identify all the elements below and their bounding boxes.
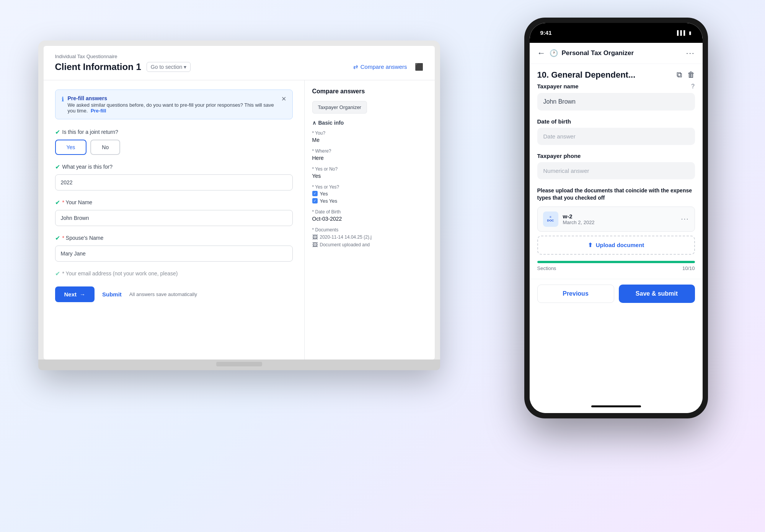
form-area: ℹ Pre-fill answers We asked similar ques… xyxy=(44,80,305,360)
page-title: Client Information 1 xyxy=(55,62,141,72)
clock-icon: 🕐 xyxy=(550,49,558,57)
basic-info-section: ∧ Basic info * You? Me * Where? Here xyxy=(312,120,427,248)
doc-date: March 2, 2022 xyxy=(563,220,681,225)
home-indicator xyxy=(591,405,641,407)
compare-field-dob: * Date of Birth Oct-03-2022 xyxy=(312,209,427,222)
year-question: ✔ What year is this for? xyxy=(55,163,293,190)
check-icon: ✔ xyxy=(55,129,60,136)
compare-icon: ⇄ xyxy=(353,63,358,70)
check-icon: ✔ xyxy=(55,163,60,171)
yes-button[interactable]: Yes xyxy=(55,140,87,155)
progress-section: Sections 10/10 xyxy=(537,261,695,271)
status-icons: ▌▌▌ ▮ xyxy=(677,30,692,36)
mobile-footer: Previous Save & submit xyxy=(530,279,703,311)
taxpayer-name-input[interactable]: John Brown xyxy=(537,93,695,111)
laptop: Individual Tax Questionnaire Client Info… xyxy=(38,41,459,480)
doc-icon: ≡ DOC xyxy=(543,211,558,227)
go-to-section-label: Go to section xyxy=(151,64,183,70)
chevron-up-icon: ∧ xyxy=(312,120,316,126)
taxpayer-phone-input[interactable]: Numerical answer xyxy=(537,162,695,179)
save-submit-button[interactable]: Save & submit xyxy=(619,285,695,303)
laptop-base xyxy=(38,360,440,370)
mobile-question-header: 10. General Dependent... ⧉ 🗑 xyxy=(530,64,703,83)
compare-field-yesyes: * Yes or Yes? ✓ Yes ✓ Yes Yes xyxy=(312,184,427,204)
date-of-birth-label: Date of birth xyxy=(537,118,571,125)
chevron-down-icon: ▾ xyxy=(184,64,186,70)
mobile-question-title: 10. General Dependent... xyxy=(537,70,636,80)
compare-field-where: * Where? Here xyxy=(312,148,427,161)
previous-button[interactable]: Previous xyxy=(537,285,614,303)
check-icon: ✔ xyxy=(55,270,60,277)
submit-label: Submit xyxy=(102,291,122,298)
prefill-link[interactable]: Pre-fill xyxy=(91,108,106,114)
email-label: * Your email address (not your work one,… xyxy=(62,270,178,277)
mobile-nav-bar: ← 🕐 Personal Tax Organizer ··· xyxy=(530,43,703,64)
delete-icon[interactable]: 🗑 xyxy=(687,70,695,79)
your-name-question: ✔ * Your Name xyxy=(55,199,293,226)
checkbox-yesyes-icon: ✓ xyxy=(312,198,318,203)
previous-label: Previous xyxy=(563,290,589,297)
date-of-birth-input[interactable]: Date answer xyxy=(537,128,695,145)
go-to-section-button[interactable]: Go to section ▾ xyxy=(147,62,191,72)
year-input[interactable] xyxy=(55,174,293,190)
next-button[interactable]: Next → xyxy=(55,286,95,302)
save-submit-label: Save & submit xyxy=(636,290,678,297)
upload-section-label: Please upload the documents that coincid… xyxy=(537,187,695,202)
sections-label: Sections xyxy=(537,265,556,271)
checkbox-yes-icon: ✓ xyxy=(312,191,318,196)
prefill-title: Pre-fill answers xyxy=(68,95,277,101)
taxpayer-source-tag: Taxpayer Organizer xyxy=(312,101,367,114)
no-button[interactable]: No xyxy=(90,140,120,155)
date-of-birth-field: Date of birth Date answer xyxy=(537,118,695,145)
submit-button[interactable]: Submit xyxy=(102,291,122,298)
document-icon: 🖼 xyxy=(312,242,318,248)
copy-icon[interactable]: ⧉ xyxy=(677,70,682,79)
arrow-right-icon: → xyxy=(80,291,85,298)
sections-value: 10/10 xyxy=(682,265,695,271)
more-actions-icon[interactable]: ⬛ xyxy=(415,63,423,71)
progress-bar-fill xyxy=(537,261,695,263)
taxpayer-phone-field: Taxpayer phone Numerical answer xyxy=(537,153,695,179)
joint-return-label: Is this for a joint return? xyxy=(62,129,118,135)
date-answer-placeholder: Date answer xyxy=(543,133,576,140)
compare-field-you: * You? Me xyxy=(312,130,427,143)
back-icon[interactable]: ← xyxy=(537,48,546,58)
compare-field-docs: * Documents 🖼 2020-11-14 14.04.25 (2).j … xyxy=(312,227,427,248)
form-footer: Next → Submit All answers save automatic… xyxy=(55,286,293,302)
taxpayer-name-value: John Brown xyxy=(543,98,576,105)
joint-return-question: ✔ Is this for a joint return? Yes No xyxy=(55,129,293,155)
close-icon[interactable]: ✕ xyxy=(281,95,286,102)
mobile-app-title: Personal Tax Organizer xyxy=(562,49,634,57)
upload-document-button[interactable]: ⬆ Upload document xyxy=(537,236,695,255)
spouse-name-label: * Spouse's Name xyxy=(62,235,104,241)
basic-info-label: Basic info xyxy=(318,120,344,126)
upload-section: Please upload the documents that coincid… xyxy=(537,187,695,271)
app-header: Individual Tax Questionnaire Client Info… xyxy=(44,46,435,80)
more-icon[interactable]: ··· xyxy=(686,49,695,57)
mobile-status-bar: 9:41 ▌▌▌ ▮ xyxy=(530,23,703,43)
prefill-banner: ℹ Pre-fill answers We asked similar ques… xyxy=(55,89,293,119)
taxpayer-name-field: Taxpayer name ? John Brown xyxy=(537,83,695,111)
joint-return-toggle[interactable]: Yes No xyxy=(55,140,293,155)
your-name-label: * Your Name xyxy=(62,199,93,205)
prefill-description: We asked similar questions before, do yo… xyxy=(68,102,277,114)
year-label: What year is this for? xyxy=(62,164,113,170)
progress-bar-track xyxy=(537,261,695,263)
upload-button-label: Upload document xyxy=(596,242,644,248)
signal-icon: ▌▌▌ xyxy=(677,30,687,36)
your-name-input[interactable] xyxy=(55,210,293,226)
mobile-device: 9:41 ▌▌▌ ▮ ← 🕐 Personal Tax Organizer xyxy=(524,18,716,418)
doc-more-icon[interactable]: ··· xyxy=(681,215,689,223)
upload-icon: ⬆ xyxy=(588,242,593,249)
check-icon: ✔ xyxy=(55,199,60,206)
compare-field-yesno: * Yes or No? Yes xyxy=(312,166,427,179)
numerical-answer-placeholder: Numerical answer xyxy=(543,168,589,174)
doc-name: w-2 xyxy=(563,213,681,220)
spouse-name-input[interactable] xyxy=(55,246,293,262)
email-question: ✔ * Your email address (not your work on… xyxy=(55,270,293,277)
compare-answers-button[interactable]: ⇄ Compare answers xyxy=(353,63,407,70)
taxpayer-phone-label: Taxpayer phone xyxy=(537,153,581,159)
help-icon[interactable]: ? xyxy=(691,83,695,90)
battery-icon: ▮ xyxy=(689,30,692,36)
document-icon: 🖼 xyxy=(312,234,318,240)
